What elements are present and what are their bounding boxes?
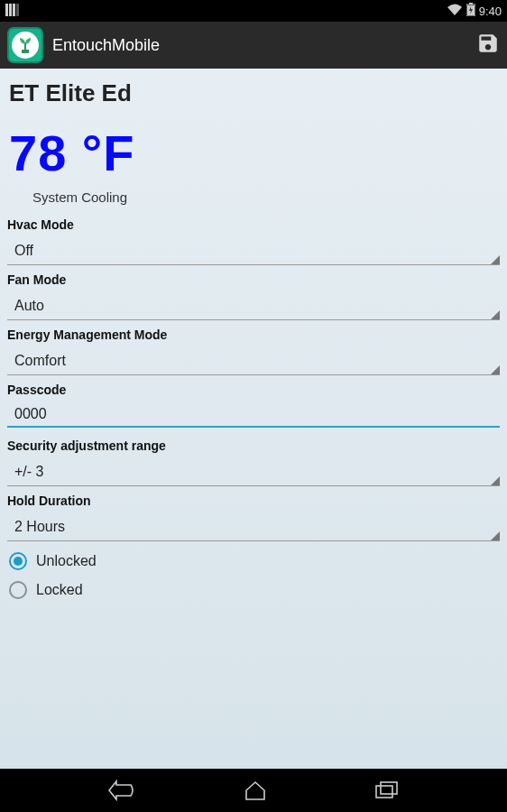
passcode-input[interactable] bbox=[7, 401, 500, 428]
fan-mode-label: Fan Mode bbox=[7, 271, 500, 291]
back-button[interactable] bbox=[107, 780, 136, 801]
svg-rect-1 bbox=[9, 4, 12, 16]
hold-duration-label: Hold Duration bbox=[7, 492, 500, 512]
security-range-label: Security adjustment range bbox=[7, 437, 500, 457]
save-button[interactable] bbox=[476, 32, 500, 59]
energy-mode-spinner[interactable]: Comfort bbox=[7, 346, 500, 375]
svg-rect-3 bbox=[16, 4, 19, 16]
hvac-mode-label: Hvac Mode bbox=[7, 216, 500, 235]
security-range-spinner[interactable]: +/- 3 bbox=[7, 457, 500, 486]
app-icon[interactable] bbox=[7, 27, 43, 63]
battery-charging-icon bbox=[466, 3, 475, 19]
svg-rect-2 bbox=[13, 4, 15, 16]
radio-unlocked-label: Unlocked bbox=[36, 553, 97, 569]
recents-button[interactable] bbox=[374, 780, 400, 800]
wifi-icon bbox=[447, 4, 463, 19]
signal-strength-icon bbox=[5, 4, 20, 19]
energy-mode-field: Energy Management Mode Comfort bbox=[7, 326, 500, 375]
svg-rect-8 bbox=[376, 786, 392, 798]
security-range-field: Security adjustment range +/- 3 bbox=[7, 437, 500, 486]
svg-rect-5 bbox=[469, 3, 473, 5]
fan-mode-field: Fan Mode Auto bbox=[7, 271, 500, 320]
navigation-bar bbox=[0, 769, 507, 812]
svg-rect-0 bbox=[5, 4, 8, 16]
home-button[interactable] bbox=[243, 780, 268, 801]
energy-mode-label: Energy Management Mode bbox=[7, 326, 500, 346]
passcode-field: Passcode bbox=[7, 381, 500, 433]
main-content: ET Elite Ed 78 °F System Cooling Hvac Mo… bbox=[0, 69, 507, 769]
page-title: ET Elite Ed bbox=[9, 79, 500, 107]
system-status: System Cooling bbox=[32, 189, 500, 205]
fan-mode-spinner[interactable]: Auto bbox=[7, 291, 500, 320]
hvac-mode-field: Hvac Mode Off bbox=[7, 216, 500, 265]
radio-locked-label: Locked bbox=[36, 582, 83, 598]
action-bar: EntouchMobile bbox=[0, 22, 507, 69]
app-title: EntouchMobile bbox=[52, 36, 160, 55]
temperature-display: 78 °F bbox=[9, 124, 500, 182]
radio-unlocked[interactable] bbox=[9, 552, 27, 570]
hold-duration-field: Hold Duration 2 Hours bbox=[7, 492, 500, 541]
plant-icon bbox=[15, 35, 35, 55]
status-bar: 9:40 bbox=[0, 0, 507, 22]
hvac-mode-spinner[interactable]: Off bbox=[7, 235, 500, 265]
hold-duration-spinner[interactable]: 2 Hours bbox=[7, 512, 500, 541]
radio-locked[interactable] bbox=[9, 581, 27, 599]
svg-rect-7 bbox=[22, 50, 29, 53]
status-time: 9:40 bbox=[479, 5, 502, 18]
radio-locked-row[interactable]: Locked bbox=[7, 576, 500, 604]
passcode-label: Passcode bbox=[7, 381, 500, 401]
svg-rect-9 bbox=[381, 782, 397, 794]
radio-unlocked-row[interactable]: Unlocked bbox=[7, 547, 500, 576]
